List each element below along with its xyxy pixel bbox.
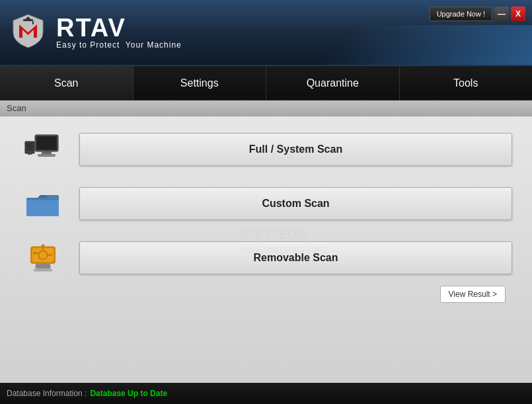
upgrade-button[interactable]: Upgrade Now ! (430, 7, 492, 21)
svg-rect-6 (38, 154, 56, 156)
close-button[interactable]: X (511, 7, 525, 21)
usb-icon (20, 238, 66, 278)
scan-options-container: Full / System Scan Custom Scan (0, 116, 532, 316)
app-title: RTAV (56, 15, 182, 40)
content-area: Scan SOFTPEDIAwww.softpedia.com (0, 101, 532, 383)
svg-marker-15 (40, 243, 46, 246)
full-system-scan-row: Full / System Scan (20, 130, 512, 169)
computer-icon (20, 130, 66, 169)
window-controls: Upgrade Now ! — X (430, 7, 525, 21)
nav-item-quarantine[interactable]: Quarantine (266, 66, 400, 100)
svg-rect-19 (50, 253, 52, 255)
folder-icon (20, 184, 66, 223)
svg-rect-20 (36, 264, 51, 269)
logo-icon (10, 13, 50, 52)
svg-rect-8 (26, 143, 33, 151)
svg-rect-2 (32, 21, 34, 24)
nav-item-scan[interactable]: Scan (0, 66, 133, 100)
svg-rect-9 (28, 153, 32, 155)
nav-item-tools[interactable]: Tools (400, 66, 533, 100)
logo-container: RTAV Easy to Protect Your Machine (10, 13, 182, 52)
svg-rect-4 (36, 136, 57, 150)
main-navigation: Scan Settings Quarantine Tools (0, 66, 532, 101)
full-system-scan-button[interactable]: Full / System Scan (79, 133, 512, 166)
section-title: Scan (7, 103, 26, 113)
svg-rect-5 (42, 151, 52, 154)
status-value: Database Up to Date (90, 389, 167, 398)
app-subtitle: Easy to Protect Your Machine (56, 40, 182, 50)
custom-scan-button[interactable]: Custom Scan (79, 187, 512, 220)
custom-scan-row: Custom Scan (20, 184, 512, 223)
status-bar: Database Information : Database Up to Da… (0, 383, 532, 404)
view-result-button[interactable]: View Result > (440, 286, 506, 303)
svg-rect-10 (38, 156, 55, 157)
status-label: Database Information : (7, 389, 87, 398)
app-header: RTAV Easy to Protect Your Machine Upgrad… (0, 0, 532, 66)
removable-scan-button[interactable]: Removable Scan (79, 241, 512, 274)
svg-rect-17 (34, 252, 36, 255)
nav-item-settings[interactable]: Settings (133, 66, 267, 100)
minimize-button[interactable]: — (494, 7, 509, 21)
view-result-container: View Result > (20, 286, 512, 303)
section-header: Scan (0, 101, 532, 116)
removable-scan-row: Removable Scan (20, 238, 512, 278)
svg-rect-21 (34, 268, 52, 271)
logo-text: RTAV Easy to Protect Your Machine (56, 15, 182, 50)
